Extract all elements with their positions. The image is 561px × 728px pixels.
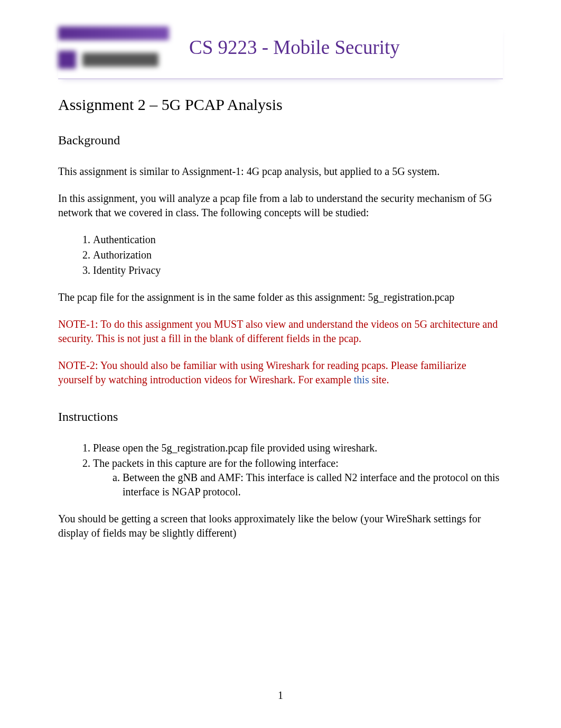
- background-heading: Background: [58, 132, 503, 149]
- page-header: CS 9223 - Mobile Security: [58, 26, 503, 79]
- concept-label: Authorization: [93, 249, 152, 261]
- logo-line-1: [58, 26, 169, 40]
- instructions-list: Please open the 5g_registration.pcap fil…: [58, 441, 503, 499]
- instructions-heading: Instructions: [58, 408, 503, 425]
- note-2-part1: NOTE-2: You should also be familiar with…: [58, 360, 466, 385]
- background-para-1: This assignment is similar to Assignment…: [58, 164, 503, 179]
- list-item: Please open the 5g_registration.pcap fil…: [93, 441, 503, 455]
- course-title: CS 9223 - Mobile Security: [189, 34, 400, 61]
- instruction-label: The packets in this capture are for the …: [93, 457, 339, 469]
- concepts-list: Authentication Authorization Identity Pr…: [58, 233, 503, 278]
- page-number: 1: [58, 688, 503, 703]
- logo-square-icon: [58, 51, 76, 69]
- list-item: Authorization: [93, 248, 503, 262]
- list-item: Between the gNB and AMF: This interface …: [123, 471, 503, 499]
- background-para-3: The pcap file for the assignment is in t…: [58, 290, 503, 305]
- logo-line-2: [58, 51, 169, 69]
- sub-instruction-label: Between the gNB and AMF: This interface …: [123, 472, 499, 497]
- concept-label: Authentication: [93, 234, 156, 245]
- instructions-after-para: You should be getting a screen that look…: [58, 512, 503, 540]
- note-1: NOTE-1: To do this assignment you MUST a…: [58, 317, 503, 346]
- background-para-2: In this assignment, you will analyze a p…: [58, 191, 503, 220]
- list-item: The packets in this capture are for the …: [93, 456, 503, 499]
- nested-instructions-list: Between the gNB and AMF: This interface …: [93, 471, 503, 499]
- this-link[interactable]: this: [354, 374, 369, 385]
- note-2: NOTE-2: You should also be familiar with…: [58, 358, 503, 387]
- logo-area: [58, 26, 169, 69]
- note-2-part2: site.: [369, 374, 389, 385]
- list-item: Identity Privacy: [93, 263, 503, 278]
- logo-text-2: [82, 53, 158, 67]
- instruction-label: Please open the 5g_registration.pcap fil…: [93, 442, 377, 454]
- list-item: Authentication: [93, 233, 503, 247]
- concept-label: Identity Privacy: [93, 264, 161, 276]
- assignment-title: Assignment 2 – 5G PCAP Analysis: [58, 94, 503, 116]
